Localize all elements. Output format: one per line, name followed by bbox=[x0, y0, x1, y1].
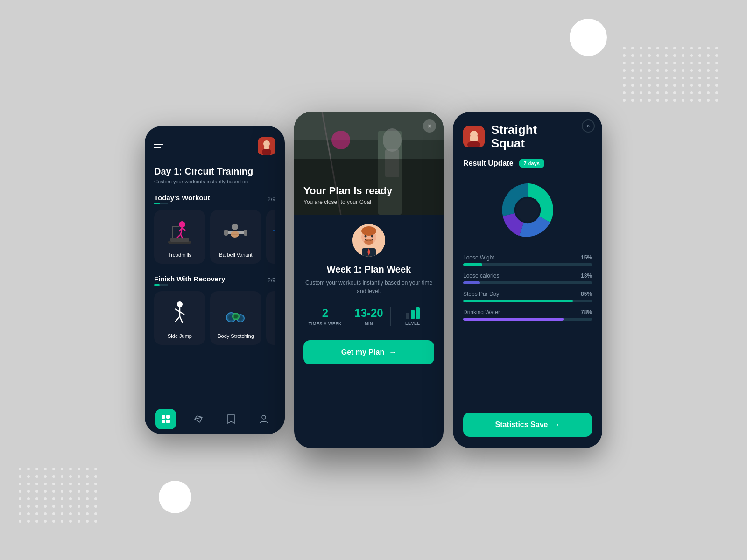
times-per-week-stat: 2 TIMES A WEEK bbox=[303, 307, 347, 326]
svg-rect-35 bbox=[166, 415, 170, 419]
workout-card-body-partial[interactable] bbox=[266, 210, 275, 264]
stat-name-calories: Loose calories bbox=[463, 273, 499, 279]
svg-rect-16 bbox=[224, 230, 228, 236]
stats-save-arrow: → bbox=[552, 420, 560, 429]
plan-week-title: Week 1: Plan Week bbox=[327, 264, 411, 275]
phone-plan-modal: Your Plan Is ready You are closer to you… bbox=[294, 112, 444, 448]
stretching-image bbox=[221, 298, 251, 330]
squat-avatar bbox=[463, 126, 485, 147]
treadmill-image bbox=[165, 217, 195, 249]
svg-point-50 bbox=[361, 226, 376, 236]
svg-rect-5 bbox=[170, 238, 189, 242]
phone1-header bbox=[154, 137, 275, 155]
stat-percent-wight: 15% bbox=[581, 254, 592, 261]
avatar[interactable] bbox=[258, 137, 275, 155]
recovery-cards: Side Jump bbox=[154, 291, 275, 345]
stat-steps: Steps Par Day 85% bbox=[463, 291, 592, 302]
times-label: TIMES A WEEK bbox=[309, 322, 342, 326]
get-plan-arrow: → bbox=[389, 348, 396, 357]
days-badge: 7 days bbox=[519, 159, 544, 168]
stat-water: Drinking Water 78% bbox=[463, 309, 592, 321]
plan-stats: 2 TIMES A WEEK 13-20 MIN LEVEL bbox=[303, 307, 434, 326]
nav-home[interactable] bbox=[155, 409, 176, 429]
dots-decoration-bottom: const dotsBottomLeft = document.currentS… bbox=[19, 468, 98, 523]
svg-line-26 bbox=[175, 316, 180, 322]
svg-rect-58 bbox=[470, 136, 478, 141]
svg-rect-21 bbox=[273, 230, 275, 231]
svg-rect-37 bbox=[166, 420, 170, 423]
svg-point-22 bbox=[177, 301, 183, 307]
day-subtitle: Custom your workouts instantly based on bbox=[154, 179, 275, 184]
close-button[interactable]: × bbox=[423, 119, 436, 133]
get-plan-label: Get my Plan bbox=[341, 348, 384, 357]
stat-name-water: Drinking Water bbox=[463, 309, 500, 315]
recovery-count: 2/9 bbox=[268, 277, 275, 284]
recovery-title: Finish With Recovery bbox=[154, 275, 225, 283]
nav-bookmark[interactable] bbox=[221, 409, 241, 429]
nav-profile[interactable] bbox=[254, 409, 274, 429]
nav-explore[interactable] bbox=[188, 409, 209, 429]
svg-point-6 bbox=[179, 221, 185, 228]
stat-name-steps: Steps Par Day bbox=[463, 291, 499, 297]
svg-point-52 bbox=[371, 235, 374, 238]
svg-line-27 bbox=[180, 316, 183, 323]
todays-workout-count: 2/9 bbox=[268, 196, 275, 203]
min-stat: 13-20 MIN bbox=[347, 307, 391, 326]
workout-card-treadmill[interactable]: Treadmills bbox=[154, 210, 205, 264]
plan-hero-title: Your Plan Is ready bbox=[303, 185, 392, 197]
min-value: 13-20 bbox=[354, 307, 383, 320]
result-label: Result Update bbox=[463, 159, 514, 168]
svg-point-43 bbox=[383, 128, 402, 152]
plan-hero-text: Your Plan Is ready You are closer to you… bbox=[303, 185, 392, 205]
barbell-label: Barbell Variant bbox=[219, 252, 252, 258]
plan-week-desc: Custom your workouts instantly based on … bbox=[303, 279, 434, 295]
deco-circle-bottom bbox=[159, 481, 191, 513]
min-label: MIN bbox=[365, 322, 373, 326]
svg-point-39 bbox=[262, 415, 266, 419]
stretching-label: Body Stretching bbox=[218, 333, 254, 339]
svg-point-53 bbox=[364, 239, 374, 245]
close-button-3[interactable]: × bbox=[582, 119, 595, 133]
stat-percent-calories: 13% bbox=[581, 273, 592, 279]
day-title: Day 1: Circuit Training bbox=[154, 166, 275, 177]
get-plan-button[interactable]: Get my Plan → bbox=[303, 340, 434, 364]
level-label: LEVEL bbox=[405, 321, 420, 326]
svg-line-25 bbox=[180, 312, 184, 315]
plan-avatar bbox=[352, 224, 385, 257]
level-stat: LEVEL bbox=[391, 307, 434, 326]
svg-point-46 bbox=[331, 131, 350, 149]
plan-hero-sub: You are closer to your Goal bbox=[303, 199, 392, 205]
recovery-card-stretching[interactable]: Body Stretching bbox=[210, 291, 261, 345]
workout-card-barbell[interactable]: Barbell Variant bbox=[210, 210, 261, 264]
phone-circuit-training: Day 1: Circuit Training Custom your work… bbox=[145, 126, 285, 434]
svg-line-8 bbox=[177, 234, 181, 238]
dots-decoration-top: const dotsTopRight = document.currentScr… bbox=[623, 47, 719, 102]
times-value: 2 bbox=[322, 307, 328, 320]
sidejump-image bbox=[165, 298, 195, 330]
svg-rect-36 bbox=[162, 420, 165, 423]
svg-line-24 bbox=[175, 309, 180, 312]
menu-button[interactable] bbox=[154, 144, 163, 148]
phones-container: Day 1: Circuit Training Custom your work… bbox=[145, 112, 602, 448]
stat-percent-water: 78% bbox=[581, 309, 592, 315]
squat-header: Straight Squat bbox=[463, 123, 592, 150]
stat-name-wight: Loose Wight bbox=[463, 254, 494, 261]
svg-rect-3 bbox=[264, 146, 269, 149]
phone-squat-stats: × Straight Squat Result Update 7 days bbox=[453, 112, 602, 448]
result-update-row: Result Update 7 days bbox=[463, 159, 592, 168]
svg-point-33 bbox=[234, 315, 238, 318]
recovery-header: Finish With Recovery 2/9 bbox=[154, 275, 275, 286]
recovery-card-sidejump[interactable]: Side Jump bbox=[154, 291, 205, 345]
stat-loose-wight: Loose Wight 15% bbox=[463, 254, 592, 266]
level-bars bbox=[406, 307, 420, 319]
plan-body: Week 1: Plan Week Custom your workouts i… bbox=[294, 215, 444, 374]
recovery-card-barb-partial[interactable]: Barb bbox=[266, 291, 275, 345]
statistics-save-button[interactable]: Statistics Save → bbox=[463, 413, 592, 437]
stats-save-label: Statistics Save bbox=[495, 420, 548, 429]
squat-title: Straight Squat bbox=[491, 123, 537, 150]
svg-point-14 bbox=[232, 224, 238, 230]
svg-line-11 bbox=[182, 228, 185, 231]
todays-workout-title: Today's Workout bbox=[154, 194, 210, 202]
plan-hero: Your Plan Is ready You are closer to you… bbox=[294, 112, 444, 215]
todays-workout-header: Today's Workout 2/9 bbox=[154, 194, 275, 204]
